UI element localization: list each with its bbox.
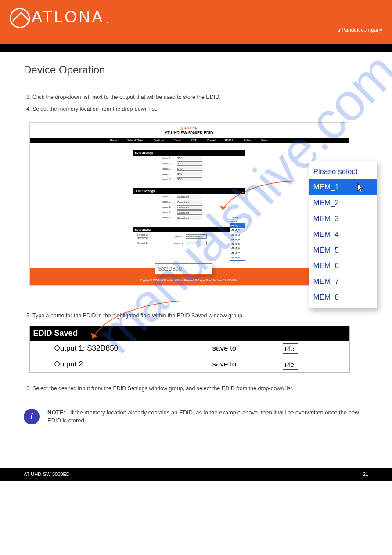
step-5: Type a name for the EDID in the highligh…	[32, 312, 368, 320]
footer-model: AT-UHD-SW-5000ED	[24, 471, 70, 478]
step-3: Click the drop-down list, next to the ou…	[32, 94, 368, 102]
save-to-select[interactable]	[186, 241, 207, 245]
steps-list-a: Click the drop-down list, next to the ou…	[32, 94, 368, 113]
edid-select[interactable]: STD	[177, 161, 202, 166]
note-block: NOTE: If the memory location already con…	[24, 409, 368, 424]
popup-option[interactable]: MEM_3	[309, 211, 377, 227]
hdcp-select[interactable]: Compliant	[177, 216, 202, 220]
note-text-wrap: NOTE: If the memory location already con…	[47, 409, 368, 424]
info-icon	[24, 409, 40, 424]
save-to-dropdown[interactable]: Ple	[283, 343, 298, 354]
edid-settings-table: EDID Settings Input 1STD Input 2STD Inpu…	[133, 150, 245, 182]
popup-option[interactable]: Please select	[309, 164, 377, 180]
nav-item[interactable]: RS232	[225, 138, 233, 142]
output-label: Output 1: S32D850	[54, 343, 212, 354]
screenshot-2-wrapper: EDID Saved Output 1: S32D850 save to Ple…	[29, 326, 363, 373]
step-4: Select the memory location from the drop…	[32, 105, 368, 113]
step-6: Select the desired input from the EDID S…	[32, 385, 368, 393]
popup-option[interactable]: MEM_4	[309, 227, 377, 243]
save-to-dropdown[interactable]: Ple	[283, 359, 298, 370]
page-footer: AT-UHD-SW-5000ED 21	[0, 468, 392, 480]
nav-item[interactable]: Sections	[154, 138, 164, 142]
nav-item[interactable]: Users	[261, 138, 268, 142]
hdcp-settings-head: HDCP Settings	[133, 188, 245, 194]
popup-option[interactable]: MEM_5	[309, 243, 377, 258]
steps-list-b: Type a name for the EDID in the highligh…	[32, 312, 368, 320]
footer-page-number: 21	[363, 471, 368, 478]
table-row: Output 2: save to Ple	[30, 356, 349, 372]
atlona-logo-icon	[10, 8, 30, 28]
edid-settings-head: EDID Settings	[133, 150, 245, 156]
brand-dot: .	[106, 10, 111, 28]
hdcp-select[interactable]: Compliant	[177, 210, 202, 215]
edid-saved-panel-head: EDID Saved	[30, 326, 349, 341]
edid-select[interactable]: STD	[177, 156, 202, 160]
save-to-label: save to	[212, 343, 283, 354]
popup-option[interactable]: MEM_2	[309, 195, 377, 211]
nav-item[interactable]: Update	[243, 138, 251, 142]
shot-title: AT-UHD-SW-5000ED EDID	[165, 131, 213, 135]
nav-item[interactable]: Home	[110, 138, 117, 142]
popup-option[interactable]: MEM_7	[309, 274, 377, 290]
section-title: Device Operation	[24, 62, 368, 80]
save-to-label: save to	[212, 359, 283, 370]
steps-list-c: Select the desired input from the EDID S…	[32, 385, 368, 393]
edid-name-highlight-box: S32D850	[155, 263, 212, 275]
note-label: NOTE:	[47, 409, 65, 416]
brand-name: ATLONA	[32, 6, 104, 28]
nav-item[interactable]: Network Setup	[127, 138, 144, 142]
hdcp-select[interactable]: Compliant	[177, 205, 202, 210]
edid-saved-panel: EDID Saved Output 1: S32D850 save to Ple…	[29, 326, 350, 373]
edid-saved-head: EDID Saved	[133, 227, 245, 232]
save-to-select[interactable]: Please select	[186, 234, 207, 239]
hdcp-select[interactable]: Compliant	[177, 195, 202, 199]
popup-option[interactable]: MEM_6	[309, 258, 377, 274]
screenshot-1-wrapper: ◎ ATLONA AT-UHD-SW-5000ED EDID Home Netw…	[29, 122, 363, 286]
note-body: If the memory location already contains …	[47, 409, 359, 424]
cursor-icon	[356, 183, 364, 193]
output-label: Output 2:	[54, 359, 212, 370]
table-row: Output 1: S32D850 save to Ple	[30, 341, 349, 356]
popup-option[interactable]: MEM_8	[309, 290, 377, 305]
brand-header: ATLONA . a Panduit company	[0, 0, 392, 44]
edid-select[interactable]: STD	[177, 167, 202, 171]
open-dropdown-list[interactable]: Please select MEM_1 MEM_2 MEM_3 MEM_4 ME…	[230, 215, 245, 261]
nav-item[interactable]: EDID	[191, 138, 197, 142]
screenshot-edid-page: ◎ ATLONA AT-UHD-SW-5000ED EDID Home Netw…	[29, 122, 349, 286]
shot-logo-icon: ◎ ATLONA	[30, 126, 349, 131]
brand-logo-block: ATLONA .	[10, 6, 382, 28]
popup-option-selected[interactable]: MEM_1	[309, 179, 377, 195]
nav-item[interactable]: Config	[173, 138, 181, 142]
hdcp-select[interactable]: Compliant	[177, 200, 202, 204]
shot-nav: Home Network Setup Sections Config EDID …	[30, 138, 349, 143]
memory-select-popup: Please select MEM_1 MEM_2 MEM_3 MEM_4 ME…	[309, 161, 377, 308]
header-divider	[0, 44, 392, 52]
nav-item[interactable]: Control	[207, 138, 215, 142]
hdcp-settings-table: HDCP Settings Input 1Compliant Input 2Co…	[133, 188, 245, 220]
edid-select[interactable]: STD	[177, 177, 202, 181]
shot-header: ◎ ATLONA AT-UHD-SW-5000ED EDID	[30, 123, 349, 138]
edid-select[interactable]: STD	[177, 172, 202, 176]
page-content: manualshive.com Device Operation Click t…	[0, 52, 392, 451]
edid-saved-table: EDID Saved Output 1: S32D850save toPleas…	[133, 227, 245, 246]
